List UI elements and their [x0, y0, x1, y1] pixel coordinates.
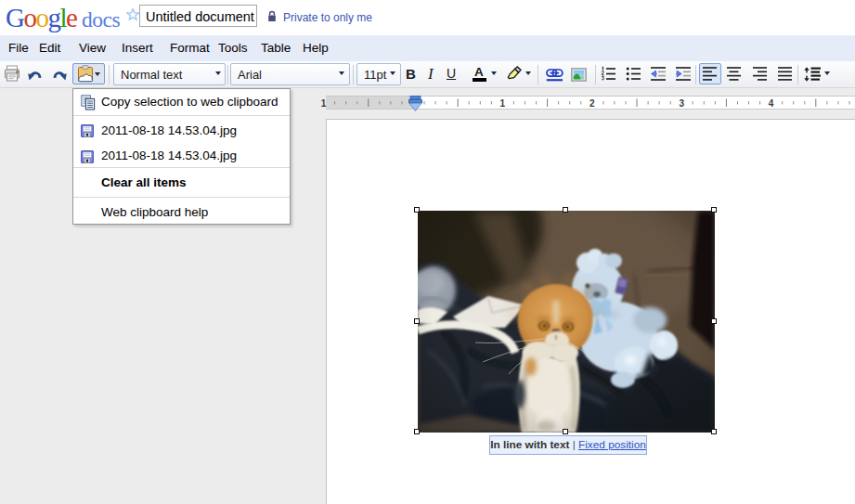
svg-text:1: 1	[321, 98, 327, 109]
svg-text:3: 3	[679, 98, 684, 109]
svg-text:1: 1	[500, 98, 506, 109]
svg-text:2: 2	[589, 98, 595, 109]
svg-text:4: 4	[769, 98, 774, 109]
